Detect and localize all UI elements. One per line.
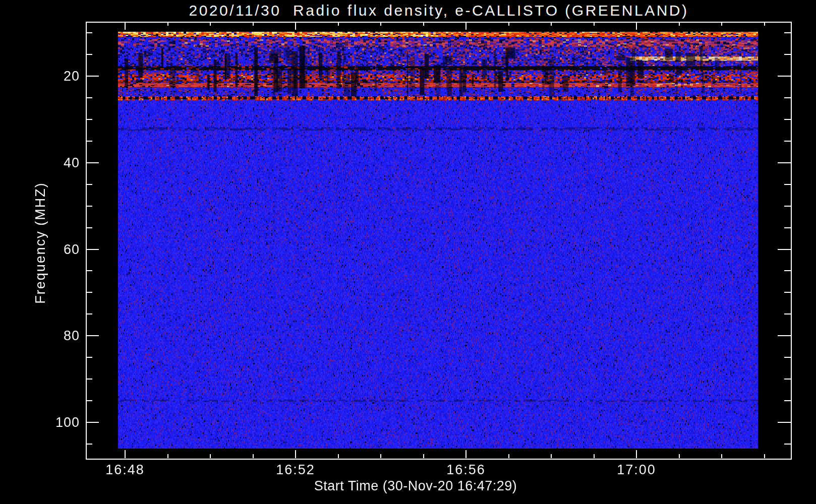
y-axis-minor-tick-right xyxy=(784,141,791,142)
y-axis-minor-tick-right xyxy=(784,379,791,380)
x-axis-minor-tick xyxy=(764,454,765,458)
x-axis-tick-label: 16:48 xyxy=(90,462,160,478)
y-axis-major-tick xyxy=(86,76,99,77)
y-axis-minor-tick xyxy=(86,32,92,33)
y-axis-major-tick-right xyxy=(778,335,791,336)
y-axis-minor-tick xyxy=(86,444,92,445)
y-axis-minor-tick-right xyxy=(784,227,791,228)
y-axis-tick-label: 100 xyxy=(9,414,80,430)
y-axis-minor-tick xyxy=(86,97,92,98)
x-axis-minor-tick xyxy=(380,454,381,458)
x-axis-minor-tick-top xyxy=(679,22,680,26)
x-axis-minor-tick-top xyxy=(423,22,424,26)
y-axis-minor-tick-right xyxy=(784,270,791,271)
y-axis-major-tick xyxy=(86,335,99,336)
x-axis-minor-tick-top xyxy=(338,22,339,26)
y-axis-minor-tick-right xyxy=(784,357,791,358)
axis-ticks-layer: 16:4816:5216:5617:0020406080100 xyxy=(0,0,816,504)
y-axis-minor-tick xyxy=(86,119,92,120)
y-axis-minor-tick xyxy=(86,227,92,228)
y-axis-minor-tick-right xyxy=(784,97,791,98)
y-axis-major-tick-right xyxy=(778,249,791,250)
x-axis-major-tick xyxy=(125,450,126,458)
y-axis-minor-tick-right xyxy=(784,292,791,293)
x-axis-minor-tick xyxy=(551,454,552,458)
x-axis-major-tick-top xyxy=(125,22,126,30)
y-axis-minor-tick-right xyxy=(784,119,791,120)
y-axis-minor-tick-right xyxy=(784,32,791,33)
y-axis-minor-tick xyxy=(86,357,92,358)
x-axis-minor-tick xyxy=(338,454,339,458)
x-axis-minor-tick-top xyxy=(594,22,595,26)
y-axis-minor-tick xyxy=(86,54,92,55)
x-axis-minor-tick-top xyxy=(721,22,722,26)
y-axis-tick-label: 40 xyxy=(9,155,80,171)
y-axis-minor-tick xyxy=(86,206,92,207)
x-axis-title: Start Time (30-Nov-20 16:47:29) xyxy=(314,478,517,494)
y-axis-minor-tick xyxy=(86,292,92,293)
y-axis-major-tick-right xyxy=(778,76,791,77)
y-axis-minor-tick-right xyxy=(784,206,791,207)
x-axis-major-tick-top xyxy=(295,22,296,30)
x-axis-major-tick xyxy=(465,450,467,458)
x-axis-minor-tick xyxy=(508,454,509,458)
y-axis-minor-tick xyxy=(86,313,92,314)
x-axis-tick-label: 16:52 xyxy=(260,462,331,478)
y-axis-minor-tick xyxy=(86,141,92,142)
y-axis-major-tick xyxy=(86,162,99,163)
x-axis-major-tick xyxy=(295,450,296,458)
y-axis-tick-label: 80 xyxy=(9,328,80,344)
x-axis-minor-tick xyxy=(253,454,254,458)
y-axis-title: Frequency (MHZ) xyxy=(33,182,48,304)
x-axis-minor-tick xyxy=(167,454,168,458)
y-axis-minor-tick xyxy=(86,184,92,185)
y-axis-minor-tick-right xyxy=(784,313,791,314)
x-axis-minor-tick xyxy=(423,454,424,458)
y-axis-tick-label: 20 xyxy=(9,68,80,84)
x-axis-minor-tick-top xyxy=(380,22,381,26)
x-axis-minor-tick xyxy=(679,454,680,458)
x-axis-major-tick xyxy=(636,450,637,458)
x-axis-minor-tick-top xyxy=(551,22,552,26)
x-axis-minor-tick-top xyxy=(253,22,254,26)
x-axis-minor-tick-top xyxy=(210,22,211,26)
y-axis-minor-tick-right xyxy=(784,444,791,445)
x-axis-minor-tick-top xyxy=(508,22,509,26)
x-axis-major-tick-top xyxy=(636,22,637,30)
y-axis-minor-tick-right xyxy=(784,54,791,55)
x-axis-tick-label: 16:56 xyxy=(431,462,501,478)
y-axis-minor-tick xyxy=(86,400,92,401)
spectrogram-page: 2020/11/30 Radio flux density, e-CALLIST… xyxy=(0,0,816,504)
x-axis-minor-tick-top xyxy=(764,22,765,26)
y-axis-minor-tick xyxy=(86,379,92,380)
x-axis-minor-tick-top xyxy=(167,22,168,26)
y-axis-minor-tick-right xyxy=(784,184,791,185)
x-axis-minor-tick xyxy=(210,454,211,458)
y-axis-major-tick xyxy=(86,249,99,250)
x-axis-minor-tick xyxy=(594,454,595,458)
x-axis-major-tick-top xyxy=(465,22,467,30)
y-axis-minor-tick xyxy=(86,270,92,271)
y-axis-major-tick xyxy=(86,422,99,423)
x-axis-tick-label: 17:00 xyxy=(601,462,672,478)
x-axis-minor-tick xyxy=(721,454,722,458)
y-axis-major-tick-right xyxy=(778,162,791,163)
y-axis-minor-tick-right xyxy=(784,400,791,401)
y-axis-major-tick-right xyxy=(778,422,791,423)
